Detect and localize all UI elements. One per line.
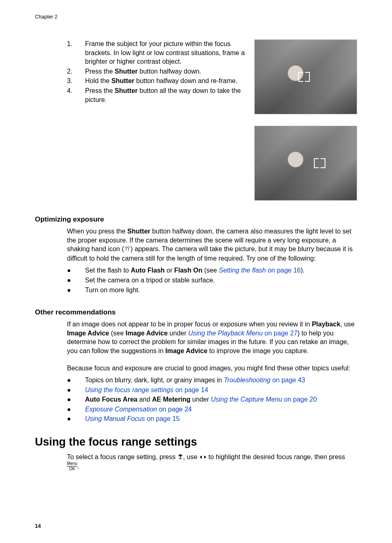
list-text: Exposure Compensation on page 24 — [85, 405, 357, 414]
link-using-capture-menu[interactable]: Using the Capture Menu — [211, 396, 282, 403]
list-item: ● Using the focus range settings on page… — [67, 386, 357, 395]
link-using-manual-focus[interactable]: Using Manual Focus — [85, 415, 145, 422]
bold-term: Playback — [312, 321, 340, 328]
bold-term: Flash On — [174, 267, 202, 274]
svg-point-2 — [181, 455, 182, 456]
example-photo-offset-bracket — [254, 126, 357, 201]
step-1: 1. Frame the subject for your picture wi… — [67, 39, 250, 66]
optimizing-paragraph: When you press the Shutter button halfwa… — [67, 227, 357, 263]
link-using-playback-menu[interactable]: Using the Playback Menu — [188, 330, 263, 337]
list-item: ● Set the camera on a tripod or stable s… — [67, 276, 357, 285]
list-item: ● Exposure Compensation on page 24 — [67, 405, 357, 414]
link-troubleshooting[interactable]: Troubleshooting — [224, 377, 271, 384]
list-item: ● Auto Focus Area and AE Metering under … — [67, 395, 357, 404]
bullet-icon: ● — [67, 414, 85, 423]
step-number: 1. — [67, 39, 85, 49]
flower-macro-icon — [178, 453, 183, 462]
top-block: 1. Frame the subject for your picture wi… — [35, 39, 357, 212]
link-setting-the-flash[interactable]: Setting the flash — [219, 267, 266, 274]
text-fragment: to improve the image you capture. — [208, 347, 309, 354]
text-fragment: under — [168, 330, 188, 337]
menu-ok-icon: MenuOK — [67, 462, 77, 471]
focus-range-body: To select a focus range setting, press ,… — [35, 453, 357, 471]
text-fragment: Set the flash to — [85, 267, 131, 274]
text-fragment: (see — [202, 267, 219, 274]
example-photo-centered-bracket — [254, 39, 357, 114]
svg-point-3 — [180, 454, 181, 455]
step-text: Press the Shutter button all the way dow… — [85, 86, 250, 104]
bold-term: Auto Flash — [131, 267, 165, 274]
step-number: 4. — [67, 86, 85, 95]
text-fragment: ). — [301, 267, 305, 274]
link-troubleshooting-tail[interactable]: on page 43 — [270, 377, 305, 384]
list-text: Set the flash to Auto Flash or Flash On … — [85, 266, 357, 275]
text-fragment: When you press the — [67, 228, 127, 235]
bold-term: Image Advice — [67, 330, 109, 337]
text-fragment: To select a focus range setting, press — [67, 453, 178, 460]
page-number: 14 — [35, 523, 41, 529]
list-text: Set the camera on a tripod or stable sur… — [85, 276, 357, 285]
step-text: Hold the Shutter button halfway down and… — [85, 76, 250, 85]
text-fragment: and — [137, 396, 152, 403]
bullet-icon: ● — [67, 376, 85, 385]
text-fragment: under — [190, 396, 211, 403]
bold-term: Shutter — [115, 68, 138, 75]
bold-term: Shutter — [111, 77, 134, 84]
step-text: Press the Shutter button halfway down. — [85, 67, 250, 76]
page: Chapter 2 1. Frame the subject for your … — [0, 0, 392, 543]
focus-bracket-icon — [314, 158, 325, 168]
text-fragment: . — [77, 463, 79, 470]
list-item: ● Topics on blurry, dark, light, or grai… — [67, 376, 357, 385]
list-text: Topics on blurry, dark, light, or grainy… — [85, 376, 357, 385]
list-text: Turn on more light. — [85, 286, 357, 295]
chapter-label: Chapter 2 — [35, 14, 357, 20]
bold-term: Image Advice — [126, 330, 168, 337]
optimizing-bullets: ● Set the flash to Auto Flash or Flash O… — [67, 266, 357, 294]
heading-optimizing-exposure: Optimizing exposure — [35, 215, 357, 224]
step-number: 2. — [67, 67, 85, 76]
heading-using-focus-range-settings: Using the focus range settings — [35, 436, 357, 448]
bullet-icon: ● — [67, 276, 85, 285]
text-fragment: Press the — [85, 87, 115, 94]
link-exposure-compensation[interactable]: Exposure Compensation — [85, 406, 157, 413]
text-fragment: If an image does not appear to be in pro… — [67, 321, 312, 328]
bold-term: Shutter — [127, 228, 150, 235]
bullet-icon: ● — [67, 266, 85, 275]
link-exposure-compensation-tail[interactable]: on page 24 — [157, 406, 192, 413]
bold-term: Shutter — [115, 87, 138, 94]
bold-term: AE Metering — [152, 396, 190, 403]
shaking-hand-icon — [124, 245, 131, 254]
list-item: ● Turn on more light. — [67, 286, 357, 295]
link-using-playback-menu-tail[interactable]: on page 27 — [263, 330, 297, 337]
list-item: ● Using Manual Focus on page 15 — [67, 414, 357, 423]
list-text: Using Manual Focus on page 15 — [85, 414, 357, 423]
text-fragment: Topics on blurry, dark, light, or grainy… — [85, 377, 224, 384]
link-focus-range-settings-tail[interactable]: on page 14 — [173, 386, 208, 393]
text-fragment: button halfway down and re-frame. — [134, 77, 238, 84]
bold-term: Auto Focus Area — [85, 396, 137, 403]
link-focus-range-settings[interactable]: Using the focus range settings — [85, 386, 173, 393]
text-fragment: button halfway down. — [138, 68, 201, 75]
list-item: ● Set the flash to Auto Flash or Flash O… — [67, 266, 357, 275]
text-fragment: Hold the — [85, 77, 111, 84]
focus-bracket-icon — [298, 72, 310, 82]
bullet-icon: ● — [67, 395, 85, 404]
link-using-capture-menu-tail[interactable]: on page 20 — [282, 396, 317, 403]
svg-point-1 — [178, 455, 180, 456]
text-fragment: or — [165, 267, 174, 274]
step-2: 2. Press the Shutter button halfway down… — [67, 67, 250, 76]
step-text: Frame the subject for your picture withi… — [85, 39, 250, 66]
bullet-icon: ● — [67, 386, 85, 395]
text-fragment: , use — [340, 321, 355, 328]
text-fragment: to highlight the desired focus range, th… — [207, 453, 345, 460]
link-using-manual-focus-tail[interactable]: on page 15 — [145, 415, 180, 422]
list-text: Auto Focus Area and AE Metering under Us… — [85, 395, 357, 404]
other-paragraph-2: Because focus and exposure are crucial t… — [67, 364, 357, 373]
left-right-arrows-icon — [199, 453, 207, 462]
link-setting-the-flash-tail[interactable]: on page 16 — [266, 267, 301, 274]
menu-label: Menu — [67, 462, 77, 467]
text-fragment: Press the — [85, 68, 115, 75]
ok-label: OK — [67, 467, 77, 471]
other-paragraph-1: If an image does not appear to be in pro… — [67, 320, 357, 355]
bullet-icon: ● — [67, 286, 85, 295]
